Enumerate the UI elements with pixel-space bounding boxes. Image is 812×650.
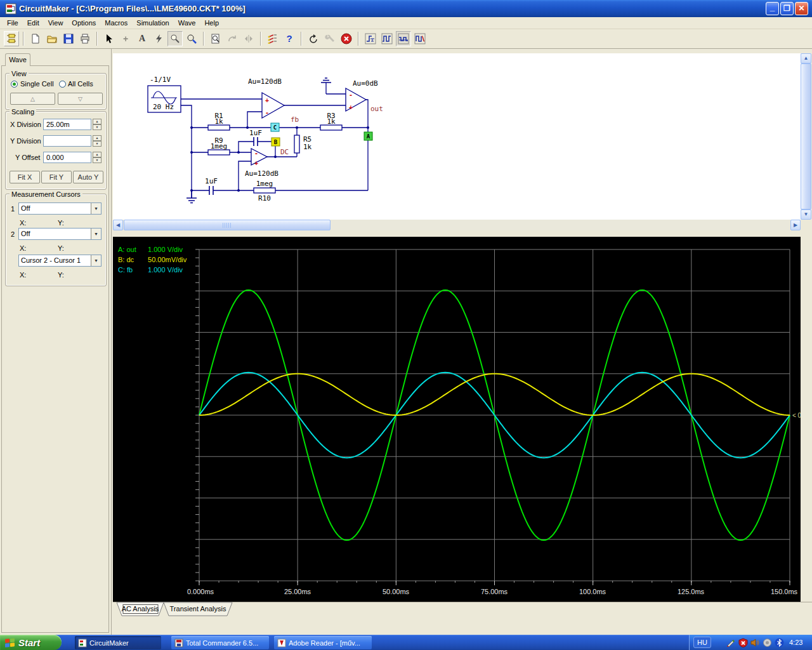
save-button[interactable] bbox=[61, 31, 76, 46]
resistor-r1[interactable] bbox=[208, 125, 230, 130]
resistor-r9[interactable] bbox=[208, 150, 230, 155]
menu-wave[interactable]: Wave bbox=[174, 18, 200, 28]
cursor1-select[interactable]: Off▼ bbox=[18, 202, 102, 215]
schematic-vertical-scrollbar[interactable]: ▲ ▼ bbox=[801, 53, 811, 220]
menu-file[interactable]: File bbox=[3, 18, 23, 28]
menu-view[interactable]: View bbox=[44, 18, 68, 28]
resistor-r5[interactable] bbox=[294, 135, 299, 153]
tab-transient-analysis-label[interactable]: Transient Analysis bbox=[170, 605, 226, 613]
close-button[interactable]: ✕ bbox=[795, 2, 808, 15]
y-division-input[interactable] bbox=[43, 135, 91, 147]
digital-analysis-button[interactable] bbox=[379, 31, 395, 46]
help-button[interactable]: ? bbox=[282, 31, 297, 46]
stop-simulation-button[interactable] bbox=[339, 31, 354, 46]
square-wave-icon bbox=[381, 33, 393, 44]
y-division-spinner[interactable]: ▲▼ bbox=[93, 135, 102, 147]
y-offset-input[interactable]: 0.000 bbox=[43, 152, 91, 163]
scroll-down-icon[interactable]: ▼ bbox=[801, 209, 811, 220]
capacitor-input[interactable] bbox=[209, 186, 213, 195]
zoom-tool-button[interactable] bbox=[184, 31, 199, 46]
schematic-horizontal-scrollbar[interactable]: ◀ ▶ bbox=[113, 220, 801, 230]
text-tool-button[interactable]: A bbox=[134, 31, 150, 46]
cursor2-x-label: X: bbox=[20, 244, 26, 252]
task-adobe-reader[interactable]: Adobe Reader - [műv... bbox=[274, 636, 372, 649]
capacitor-feedback[interactable] bbox=[254, 137, 258, 146]
language-indicator[interactable]: HU bbox=[693, 637, 711, 648]
rotate-button[interactable] bbox=[225, 31, 240, 46]
opamp1-gain-label: Au=120dB bbox=[248, 77, 282, 86]
volume-icon[interactable] bbox=[750, 638, 760, 647]
task-total-commander[interactable]: Total Commander 6.5... bbox=[171, 636, 269, 649]
total-commander-task-icon bbox=[174, 639, 183, 647]
node-fb-label: fb bbox=[291, 116, 299, 124]
menu-simulation[interactable]: Simulation bbox=[132, 18, 173, 28]
wrench-icon bbox=[325, 34, 335, 44]
new-file-button[interactable] bbox=[28, 31, 43, 46]
mirror-button[interactable] bbox=[241, 31, 256, 46]
step-analysis-button[interactable] bbox=[363, 31, 378, 46]
resistor-r3[interactable] bbox=[320, 125, 342, 130]
mixed-analysis-button[interactable] bbox=[412, 31, 428, 46]
taskbar: Start CircuitMaker Total Commander 6.5..… bbox=[0, 635, 812, 650]
auto-y-button[interactable]: Auto Y bbox=[73, 171, 103, 183]
wire-tool-button[interactable]: + bbox=[118, 31, 133, 46]
tab-ac-analysis-label[interactable]: AC Analysis bbox=[122, 605, 159, 613]
x-division-spinner[interactable]: ▲▼ bbox=[93, 119, 102, 130]
analog-analysis-button[interactable] bbox=[396, 31, 411, 46]
trace-b-label: B: dc bbox=[118, 255, 146, 265]
start-button[interactable]: Start bbox=[0, 635, 62, 650]
chevron-down-icon[interactable]: ▼ bbox=[91, 255, 101, 266]
horizontal-scroll-thumb[interactable] bbox=[124, 220, 331, 230]
opamp3-servo[interactable] bbox=[251, 149, 267, 165]
x-tick-label: 0.000ms bbox=[187, 588, 214, 595]
bluetooth-icon[interactable] bbox=[775, 638, 784, 647]
select-tool-button[interactable] bbox=[102, 31, 117, 46]
chevron-down-icon[interactable]: ▼ bbox=[91, 229, 101, 239]
cursor2-select[interactable]: Off▼ bbox=[18, 228, 102, 240]
delete-tool-button[interactable] bbox=[151, 31, 166, 46]
print-button[interactable] bbox=[77, 31, 93, 46]
all-cells-radio[interactable] bbox=[59, 81, 66, 88]
cell-down-button[interactable]: ▽ bbox=[58, 93, 103, 105]
fit-x-button[interactable]: Fit X bbox=[10, 171, 40, 183]
reset-simulation-button[interactable] bbox=[306, 31, 321, 46]
menu-macros[interactable]: Macros bbox=[100, 18, 132, 28]
digital-switches-button[interactable] bbox=[265, 31, 280, 46]
task-circuitmaker[interactable]: CircuitMaker bbox=[75, 636, 161, 649]
security-alert-icon[interactable] bbox=[738, 638, 748, 647]
open-file-button[interactable] bbox=[44, 31, 60, 46]
minimize-button[interactable]: _ bbox=[766, 2, 779, 15]
splitter-strip[interactable] bbox=[113, 230, 812, 237]
parts-browser-button[interactable] bbox=[4, 31, 19, 46]
scroll-up-icon[interactable]: ▲ bbox=[801, 53, 811, 63]
x-division-input[interactable]: 25.00m bbox=[43, 119, 91, 130]
scroll-right-icon[interactable]: ▶ bbox=[790, 220, 801, 230]
fit-y-button[interactable]: Fit Y bbox=[41, 171, 72, 183]
menu-bar: File Edit View Options Macros Simulation… bbox=[0, 17, 812, 29]
resistor-r10[interactable] bbox=[254, 188, 275, 193]
cell-up-button[interactable]: △ bbox=[10, 93, 55, 105]
schematic-canvas[interactable]: +- -+ -+ -1/1V 20 Hz Au=120dB Au=0dB Au=… bbox=[113, 53, 801, 220]
update-icon[interactable] bbox=[763, 638, 772, 647]
title-bar[interactable]: CircuitMaker - [C:\Program Files\...\LME… bbox=[0, 0, 812, 17]
y-offset-spinner[interactable]: ▲▼ bbox=[93, 152, 102, 163]
vertical-scroll-thumb[interactable] bbox=[801, 63, 811, 209]
restore-button[interactable]: ❐ bbox=[780, 2, 794, 15]
taskbar-clock[interactable]: 4:23 bbox=[789, 639, 802, 646]
tab-wave[interactable]: Wave bbox=[5, 53, 30, 66]
menu-help[interactable]: Help bbox=[200, 18, 223, 28]
x-division-label: X Division bbox=[10, 121, 41, 128]
menu-edit[interactable]: Edit bbox=[23, 18, 44, 28]
menu-options[interactable]: Options bbox=[67, 18, 100, 28]
single-cell-radio[interactable] bbox=[11, 81, 18, 88]
find-part-button[interactable] bbox=[208, 31, 223, 46]
scroll-left-icon[interactable]: ◀ bbox=[113, 220, 123, 230]
probe-icon bbox=[170, 34, 180, 44]
waveform-window[interactable]: A: out 1.000 V/div B: dc 50.00mV/div C: … bbox=[113, 237, 801, 602]
cursor-diff-select[interactable]: Cursor 2 - Cursor 1▼ bbox=[18, 255, 102, 267]
probe-tool-button[interactable] bbox=[167, 31, 183, 46]
chevron-down-icon[interactable]: ▼ bbox=[91, 203, 101, 214]
oscilloscope-plot: < 0 bbox=[113, 237, 801, 602]
setup-button[interactable] bbox=[322, 31, 337, 46]
tablet-pen-icon[interactable] bbox=[726, 638, 736, 647]
